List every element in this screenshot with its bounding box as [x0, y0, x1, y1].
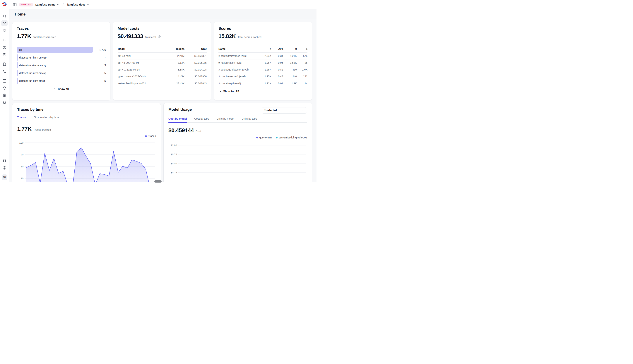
metric-value: 15.82K: [218, 34, 236, 39]
tab-units-by-model[interactable]: Units by model: [217, 117, 234, 122]
table-row[interactable]: text-embedding-ada-00228.43K$0.002843: [118, 80, 207, 87]
tab-observations-by-level[interactable]: Observations by Level: [34, 116, 60, 121]
table-cell: 0.82: [271, 68, 283, 71]
show-all-row: Show all: [17, 88, 106, 90]
table-cell: 28.43K: [164, 82, 185, 85]
card-title: Traces: [17, 26, 106, 31]
column-header: Avg: [271, 48, 283, 50]
table-cell: gpt-4o-mini: [118, 54, 164, 58]
project-switcher[interactable]: langfuse-docs: [67, 3, 89, 6]
table-row[interactable]: gpt-4.1-2025-04-143.38K$0.014108: [118, 66, 207, 73]
sidebar-toggle-icon[interactable]: [13, 2, 17, 7]
sidebar-item-layout-grid[interactable]: [1, 27, 8, 34]
sidebar-item-terminal[interactable]: [1, 68, 8, 74]
model-usage-tabs: Cost by modelCost by typeUnits by modelU…: [168, 117, 307, 123]
legend-dot-icon: [276, 137, 278, 138]
table-row[interactable]: # conciseness-v1 (eval)1.95K0.48240242: [218, 73, 307, 80]
table-cell: gpt-4o-2024-08-06: [118, 61, 164, 64]
sidebar-item-clipboard-pen[interactable]: [1, 92, 8, 98]
org-switcher[interactable]: Langfuse Demo: [35, 3, 59, 6]
table-cell: $0.015175: [185, 61, 207, 64]
sidebar-item-search[interactable]: [1, 13, 8, 19]
sidebar-item-gear[interactable]: [1, 158, 8, 164]
legend-item[interactable]: text-embedding-ada-002: [276, 136, 307, 139]
table-row[interactable]: gpt-4.1-nano-2025-04-1414.45K$0.002906: [118, 73, 207, 80]
info-icon[interactable]: [158, 35, 161, 39]
table-cell: 25: [297, 61, 307, 64]
legend-dot-icon: [145, 135, 147, 137]
tab-units-by-type[interactable]: Units by type: [242, 117, 257, 122]
bar-value: 1,736: [95, 48, 106, 51]
table-row[interactable]: # hallucination (eval)1.96K0.051.58K25: [218, 60, 307, 66]
table-cell: 242: [297, 75, 307, 78]
model-usage-card: Model Usage 2 selected Cost by modelCost…: [163, 103, 312, 182]
main-area: PROD-EU Langfuse Demo langfuse-docs Home…: [9, 0, 317, 182]
sidebar-bottom: FK: [1, 158, 8, 180]
model-usage-legend: gpt-4o-minitext-embedding-ada-002: [168, 136, 307, 139]
scrollbar-thumb[interactable]: [154, 180, 162, 182]
card-title: Model Usage: [168, 107, 192, 112]
show-top-20-button[interactable]: Show top 20: [219, 90, 239, 93]
sidebar-item-square-percent[interactable]: [1, 78, 8, 84]
trace-bar-row[interactable]: dataset-run-item-cmcky5: [17, 62, 106, 68]
list-tree-icon: [3, 38, 7, 42]
table-row[interactable]: # contextrelevance (eval)2.04K0.341.21K5…: [218, 52, 307, 60]
chevron-down-icon: [87, 3, 89, 6]
svg-text:$1.00: $1.00: [171, 144, 177, 147]
column-header: Model: [118, 48, 164, 50]
table-cell: # contextrelevance (eval): [218, 54, 260, 58]
table-row[interactable]: # language-detector (eval)1.95K0.823551.…: [218, 66, 307, 73]
tab-traces[interactable]: Traces: [17, 116, 26, 121]
sidebar-item-lifebuoy[interactable]: [1, 165, 8, 171]
table-cell: 14: [297, 82, 307, 85]
svg-text:30: 30: [21, 177, 24, 180]
tab-cost-by-model[interactable]: Cost by model: [168, 117, 187, 122]
sidebar-item-home[interactable]: [1, 20, 8, 26]
svg-text:60: 60: [21, 165, 24, 168]
column-header: 1: [297, 48, 307, 50]
show-top-row: Show top 20: [219, 90, 307, 93]
legend-item[interactable]: gpt-4o-mini: [256, 136, 272, 139]
scores-metric: 15.82K Total scores tracked: [218, 34, 307, 39]
trace-bar-row[interactable]: dataset-run-item-cmc297: [17, 54, 106, 60]
table-cell: 1.6K: [297, 68, 307, 71]
sidebar: FK: [0, 0, 9, 182]
trace-bar-row[interactable]: qa1,736: [17, 47, 106, 53]
legend-dot-icon: [256, 137, 258, 138]
langfuse-logo-icon[interactable]: [2, 2, 7, 7]
sidebar-item-clock[interactable]: [1, 44, 8, 50]
avatar[interactable]: FK: [2, 174, 8, 180]
model-costs-card: Model costs $0.491333 Total cost ModelTo…: [113, 22, 211, 100]
model-usage-chart-wrap: $1.00$0.75$0.50$0.25: [168, 140, 307, 180]
traces-by-time-metric: 1.77K Traces tracked: [17, 126, 156, 132]
traces-metric: 1.77K Total traces tracked: [17, 34, 106, 39]
model-usage-metric: $0.459144 Cost: [168, 128, 307, 133]
trace-bar-row[interactable]: dataset-run-item-cmcvp5: [17, 70, 106, 76]
sidebar-item-list-tree[interactable]: [1, 37, 8, 43]
bar-value: 7: [95, 56, 106, 59]
table-row[interactable]: gpt-4o-mini2.21M$0.456301: [118, 52, 207, 60]
bar-fill: [17, 47, 93, 53]
model-selector[interactable]: 2 selected: [262, 107, 307, 114]
tab-cost-by-type[interactable]: Cost by type: [194, 117, 209, 122]
metric-label: Total traces tracked: [33, 36, 56, 39]
svg-text:$0.75: $0.75: [171, 153, 177, 156]
metric-value: $0.459144: [168, 128, 194, 133]
svg-text:120: 120: [19, 142, 24, 144]
bar-track: dataset-run-item-cmcvp: [17, 70, 93, 76]
sidebar-item-users[interactable]: [1, 51, 8, 58]
show-all-button[interactable]: Show all: [54, 88, 69, 90]
table-cell: # contains-pii (eval): [218, 82, 260, 85]
bar-track: dataset-run-item-cmcky: [17, 62, 93, 68]
sidebar-item-database[interactable]: [1, 99, 8, 106]
table-row[interactable]: gpt-4o-2024-08-063.13K$0.015175: [118, 60, 207, 66]
table-row[interactable]: # contains-pii (eval)1.92K0.011.9K14: [218, 80, 307, 87]
trace-bar-row[interactable]: dataset-run-item-cmcjf5: [17, 78, 106, 84]
sidebar-item-lightbulb[interactable]: [1, 85, 8, 91]
column-header: 0: [283, 48, 297, 50]
table-cell: 3.38K: [164, 68, 185, 71]
table-cell: 1.96K: [260, 61, 271, 64]
sidebar-item-file-code[interactable]: [1, 61, 8, 67]
legend-item[interactable]: Traces: [145, 134, 156, 138]
chevron-down-icon: [219, 90, 222, 92]
